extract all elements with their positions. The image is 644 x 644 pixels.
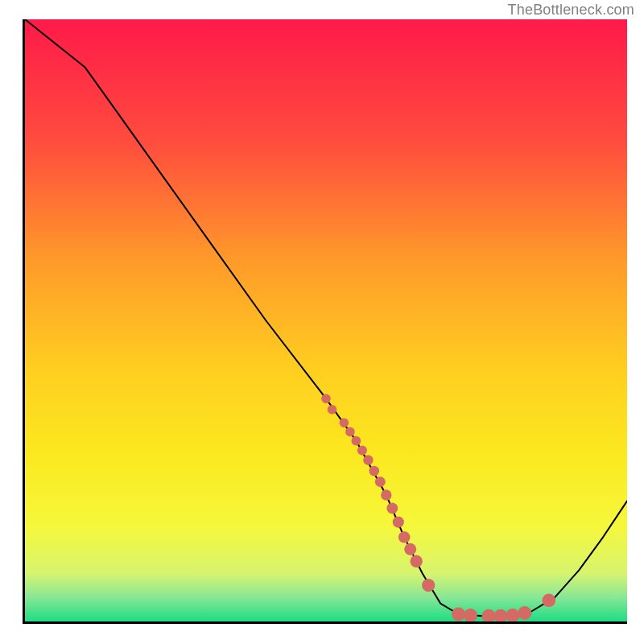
data-point [543,594,556,608]
data-point [493,609,507,621]
data-point [369,466,380,477]
data-point [404,543,416,555]
data-point [452,608,465,621]
chart-plot [25,19,627,621]
data-markers [321,394,555,621]
data-point [393,517,404,528]
watermark-label: TheBottleneck.com [508,2,634,19]
bottleneck-curve [25,19,627,616]
data-point [340,418,349,427]
data-point [363,455,373,464]
data-point [411,555,423,568]
data-point [482,609,496,621]
data-point [464,609,477,621]
data-point [381,489,391,500]
chart-wrapper: TheBottleneck.com [0,0,644,644]
chart-area [23,19,627,624]
data-point [375,477,386,487]
data-point [386,503,398,514]
data-point [506,609,519,621]
data-point [398,531,411,543]
data-point [422,579,435,592]
data-point [345,427,355,437]
data-point [352,436,361,446]
data-point [357,446,367,456]
data-point [328,405,337,415]
data-point [321,394,331,403]
data-point [518,606,531,620]
